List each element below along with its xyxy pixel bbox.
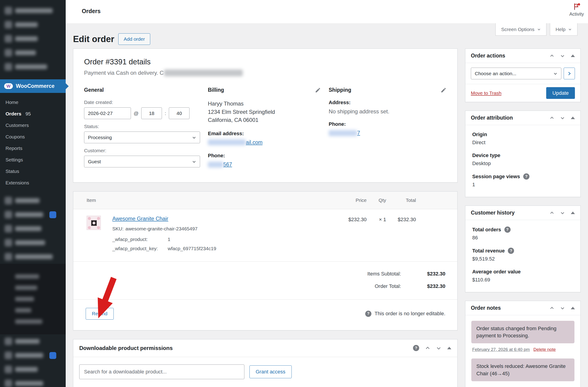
customer-select[interactable]: Guest [84, 156, 200, 167]
menu-icon [5, 7, 12, 15]
order-attribution-panel: Order attribution Origin Direct Device t… [465, 111, 581, 197]
sidebar-woocommerce-label: WooCommerce [16, 83, 54, 89]
sidebar-item-redacted[interactable] [0, 4, 66, 18]
order-details-card: Order #3391 details Payment via Cash on … [73, 48, 458, 182]
sidebar-item-redacted[interactable] [0, 60, 66, 74]
sidebar-item-woocommerce[interactable]: W WooCommerce [0, 79, 66, 93]
menu-label-redacted [15, 339, 40, 344]
downloadable-search-input[interactable] [79, 364, 244, 379]
minute-input[interactable] [169, 107, 189, 119]
submenu-label-redacted[interactable] [15, 297, 34, 301]
attribution-origin: Origin Direct [472, 132, 573, 146]
chevron-down-icon[interactable] [560, 211, 565, 215]
screen-options-button[interactable]: Screen Options [495, 23, 546, 36]
help-icon[interactable]: ? [523, 173, 529, 180]
sidebar-item-redacted[interactable] [0, 376, 66, 387]
order-total-row: Order Total: $232.30 [73, 280, 457, 293]
move-to-trash-link[interactable]: Move to Trash [471, 90, 502, 96]
grant-access-button[interactable]: Grant access [250, 365, 292, 378]
add-order-button[interactable]: Add order [118, 33, 150, 45]
general-heading: General [84, 87, 104, 93]
chevron-up-icon[interactable] [425, 346, 430, 351]
toggle-panel-icon[interactable] [447, 347, 451, 349]
sidebar-submenu-redacted [0, 264, 66, 334]
toggle-panel-icon[interactable] [571, 307, 575, 309]
edit-billing-button[interactable] [315, 87, 321, 93]
menu-icon [5, 21, 12, 28]
activity-button[interactable]: Activity [569, 3, 584, 17]
toggle-panel-icon[interactable] [571, 54, 575, 57]
sidebar-item-redacted[interactable] [0, 32, 66, 46]
sidebar-item-customers[interactable]: Customers [0, 120, 66, 131]
sidebar-item-coupons[interactable]: Coupons [0, 131, 66, 143]
sidebar-item-status[interactable]: Status [0, 166, 66, 177]
chevron-up-icon[interactable] [550, 116, 554, 120]
item-qty: × 1 [367, 216, 386, 223]
chevron-down-icon[interactable] [436, 346, 441, 351]
submenu-label-redacted[interactable] [15, 286, 37, 290]
sidebar-item-redacted[interactable] [0, 236, 66, 250]
menu-label-redacted [15, 240, 45, 245]
sidebar-item-redacted[interactable] [0, 208, 66, 222]
order-action-select[interactable]: Choose an action... [471, 68, 561, 79]
billing-heading: Billing [208, 87, 224, 93]
submenu-label-redacted[interactable] [15, 308, 31, 313]
sidebar-item-home[interactable]: Home [0, 97, 66, 108]
customer-history-panel: Customer history Total orders? 86 Total … [465, 205, 581, 292]
hour-input[interactable] [141, 107, 162, 119]
chevron-up-icon[interactable] [550, 211, 554, 215]
delete-note-link[interactable]: Delete note [533, 347, 556, 352]
history-average-order-value: Average order value $110.69 [472, 269, 573, 283]
apply-action-button[interactable] [564, 68, 575, 79]
toggle-panel-icon[interactable] [571, 116, 575, 119]
chevron-down-icon[interactable] [560, 116, 565, 120]
sidebar-item-redacted[interactable] [0, 222, 66, 236]
billing-address: Haryy Thomas 1234 Elm Street Springfield… [208, 100, 321, 124]
woocommerce-submenu: Home Orders95 Customers Coupons Reports … [0, 93, 66, 194]
chevron-up-icon[interactable] [550, 306, 554, 310]
help-icon[interactable]: ? [508, 248, 514, 254]
note-date[interactable]: February 27, 2026 at 6:40 pm [472, 347, 530, 352]
order-status-select[interactable]: Processing [84, 132, 200, 143]
chevron-right-icon [567, 71, 572, 76]
chevron-up-icon[interactable] [550, 54, 554, 58]
chevron-down-icon[interactable] [560, 54, 565, 58]
help-button[interactable]: Help [550, 23, 577, 36]
edit-shipping-button[interactable] [441, 87, 446, 93]
order-note: Order status changed from Pending paymen… [471, 321, 574, 352]
sidebar-item-redacted[interactable] [0, 363, 66, 376]
sidebar-item-extensions[interactable]: Extensions [0, 177, 66, 189]
sidebar-item-redacted[interactable] [0, 194, 66, 208]
meta-value: 1 [168, 237, 216, 242]
sidebar-item-redacted[interactable] [0, 46, 66, 60]
date-created-label: Date created: [84, 100, 200, 105]
submenu-label-redacted[interactable] [15, 274, 39, 279]
date-created-input[interactable] [84, 107, 131, 119]
billing-phone-link[interactable]: 567 [208, 161, 232, 168]
menu-label-redacted [15, 254, 53, 259]
toggle-panel-icon[interactable] [571, 211, 575, 214]
help-icon[interactable]: ? [413, 345, 419, 351]
refund-button[interactable]: Refund [86, 308, 114, 320]
page-title: Edit order [73, 34, 114, 44]
redacted-phone [329, 130, 357, 136]
sidebar-item-redacted[interactable] [0, 348, 66, 363]
menu-label-redacted [15, 50, 36, 55]
billing-email-link[interactable]: ail.com [208, 139, 263, 146]
sidebar-item-redacted[interactable] [0, 250, 66, 264]
chevron-down-icon [568, 28, 572, 31]
product-name-link[interactable]: Awesome Granite Chair [112, 216, 168, 222]
downloadable-header: Downloadable product permissions ? [73, 340, 457, 357]
sidebar-item-redacted[interactable] [0, 334, 66, 348]
sidebar-item-redacted[interactable] [0, 18, 66, 32]
sidebar-item-reports[interactable]: Reports [0, 143, 66, 154]
update-button[interactable]: Update [546, 87, 575, 99]
chevron-down-icon[interactable] [560, 306, 565, 310]
redacted-phone [208, 162, 223, 168]
shipping-phone-link[interactable]: 7 [329, 130, 360, 136]
sidebar-item-orders[interactable]: Orders95 [0, 108, 66, 120]
submenu-label-redacted[interactable] [15, 319, 42, 324]
help-icon[interactable]: ? [504, 227, 511, 233]
sidebar-item-settings[interactable]: Settings [0, 154, 66, 166]
items-subtotal-row: Items Subtotal: $232.30 [73, 268, 457, 280]
